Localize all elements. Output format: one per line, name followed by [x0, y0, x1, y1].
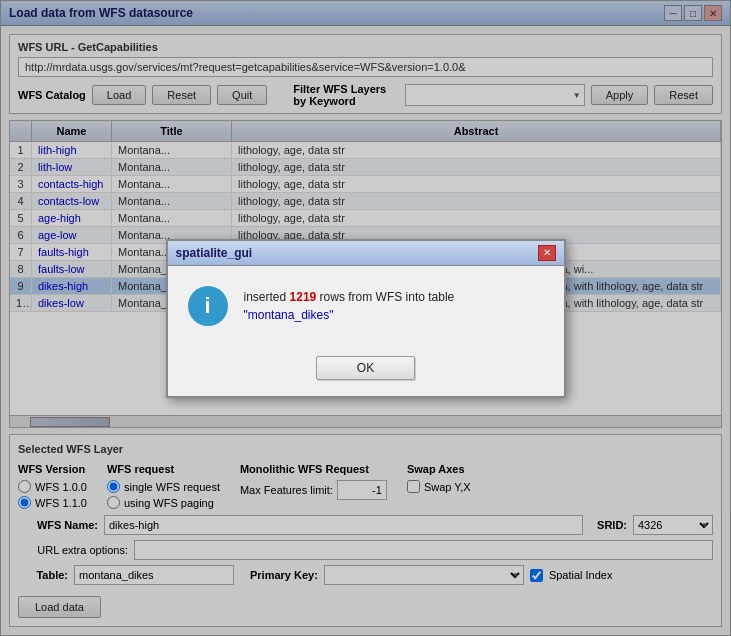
msg-before: inserted	[244, 290, 290, 304]
dialog-footer: OK	[168, 346, 564, 396]
dialog-title-text: spatialite_gui	[176, 246, 253, 260]
msg-after: rows from WFS into table	[316, 290, 454, 304]
icon-text: i	[204, 293, 210, 319]
dialog-close-button[interactable]: ✕	[538, 245, 556, 261]
info-icon: i	[188, 286, 228, 326]
msg-count: 1219	[290, 290, 317, 304]
dialog-overlay: spatialite_gui ✕ i inserted 1219 rows fr…	[0, 0, 731, 636]
dialog-content: i inserted 1219 rows from WFS into table…	[168, 266, 564, 346]
msg-table: "montana_dikes"	[244, 308, 334, 322]
dialog-message: inserted 1219 rows from WFS into table "…	[244, 288, 544, 324]
ok-button[interactable]: OK	[316, 356, 415, 380]
dialog-title-bar: spatialite_gui ✕	[168, 241, 564, 266]
info-dialog: spatialite_gui ✕ i inserted 1219 rows fr…	[166, 239, 566, 398]
